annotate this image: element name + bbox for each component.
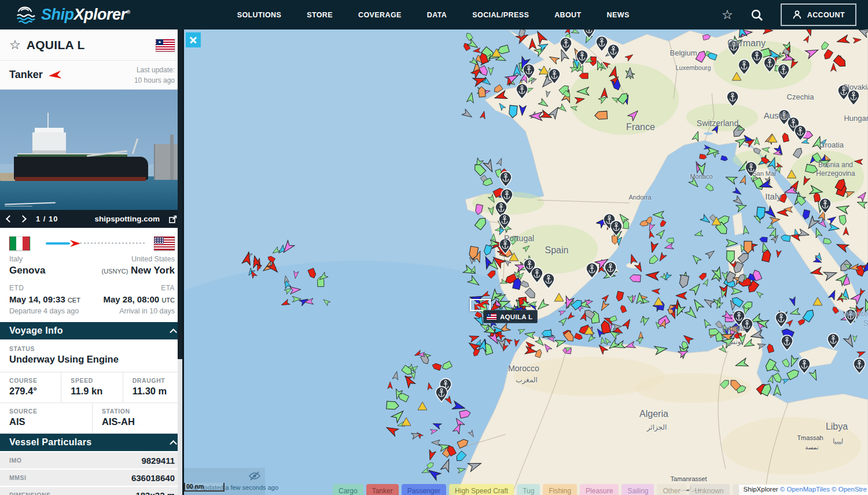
vessel-header: ☆ AQUILA L bbox=[0, 29, 184, 61]
photo-prev-button[interactable] bbox=[6, 215, 13, 223]
route-section: Italy Genova United States (USNYC) New Y… bbox=[0, 228, 184, 322]
legend-chip-high-speed-craft[interactable]: High Speed Craft bbox=[449, 484, 514, 495]
selected-vessel-marker[interactable] bbox=[470, 299, 491, 311]
vessel-name: AQUILA L bbox=[27, 38, 156, 52]
nav-right: ☆ ACCOUNT bbox=[722, 3, 856, 26]
legend-chip-sailing[interactable]: Sailing bbox=[621, 484, 654, 495]
photo-next-button[interactable] bbox=[19, 215, 27, 223]
nav-menu: SOLUTIONSSTORECOVERAGEDATASOCIAL/PRESSAB… bbox=[237, 11, 630, 19]
speed-cell: SPEED 11.9 kn bbox=[61, 372, 123, 402]
vessel-type-row: Tanker Last update: 10 hours ago bbox=[0, 61, 184, 90]
photo-source-link[interactable]: shipspotting.com bbox=[95, 215, 160, 223]
eye-off-icon[interactable] bbox=[249, 471, 260, 481]
voyage-progress bbox=[37, 239, 147, 248]
map-canvas bbox=[184, 29, 868, 495]
favorite-star-icon[interactable]: ☆ bbox=[9, 38, 21, 53]
liberia-flag-icon bbox=[156, 39, 175, 51]
voyage-metrics-row: COURSE 279.4° SPEED 11.9 kn DRAUGHT 11.3… bbox=[0, 372, 184, 403]
openstreetmap-link[interactable]: © OpenStre bbox=[832, 486, 867, 493]
vessel-heading-icon bbox=[48, 70, 61, 79]
origin-port[interactable]: Italy Genova bbox=[9, 254, 45, 278]
legend-chip-fishing[interactable]: Fishing bbox=[543, 484, 577, 495]
voyage-info-header[interactable]: Voyage Info bbox=[0, 322, 184, 339]
brand-text: ShipXplorer® bbox=[41, 6, 130, 24]
favorites-star-icon[interactable]: ☆ bbox=[722, 9, 733, 21]
nav-item-news[interactable]: NEWS bbox=[607, 11, 630, 19]
vessel-particulars-header[interactable]: Vessel Particulars bbox=[0, 434, 184, 451]
photo-superstructure bbox=[32, 132, 66, 153]
collapse-chevron-icon bbox=[170, 328, 177, 336]
nav-item-about[interactable]: ABOUT bbox=[554, 11, 581, 19]
vessel-type: Tanker bbox=[9, 69, 43, 81]
legend-chip-other[interactable]: Other bbox=[657, 484, 686, 495]
last-update: Last update: 10 hours ago bbox=[134, 65, 175, 86]
nav-item-store[interactable]: STORE bbox=[307, 11, 333, 19]
vessel-panel: ☆ AQUILA L Tanker Last update: 10 hours … bbox=[0, 29, 184, 495]
photo-watermark bbox=[5, 203, 56, 207]
progress-vessel-icon bbox=[70, 240, 80, 247]
course-cell: COURSE 279.4° bbox=[0, 372, 61, 402]
photo-carousel-bar: 1 / 10 shipspotting.com bbox=[0, 210, 184, 228]
logo-waves-icon bbox=[14, 4, 36, 26]
legend-chip-pleasure[interactable]: Pleasure bbox=[580, 484, 619, 495]
sidebar-scrollbar[interactable] bbox=[178, 29, 182, 495]
openmaptiles-link[interactable]: © OpenMapTiles bbox=[780, 486, 830, 493]
selected-vessel-tag[interactable]: AQUILA L bbox=[483, 310, 538, 323]
shipxplorer-logo[interactable]: ShipXplorer® bbox=[14, 4, 130, 26]
nav-item-solutions[interactable]: SOLUTIONS bbox=[237, 11, 282, 19]
photo-ship-hull bbox=[14, 157, 148, 180]
legend-chip-unknown[interactable]: Unknown bbox=[689, 484, 730, 495]
collapse-chevron-icon bbox=[170, 440, 177, 448]
close-panel-button[interactable] bbox=[186, 32, 201, 47]
map-attribution: ShipXplorer © OpenMapTiles © OpenStre bbox=[739, 485, 868, 495]
legend-chip-passenger[interactable]: Passenger bbox=[402, 484, 446, 495]
draught-cell: DRAUGHT 11.30 m bbox=[123, 372, 184, 402]
eta-block: ETA May 28, 08:00 UTC Arrival in 10 days bbox=[103, 283, 175, 316]
vessel-type-legend: CargoTankerPassengerHigh Speed CraftTugF… bbox=[333, 484, 752, 495]
nav-item-coverage[interactable]: COVERAGE bbox=[358, 11, 402, 19]
nav-item-social-press[interactable]: SOCIAL/PRESS bbox=[472, 11, 529, 19]
particular-row-dimensions: DIMENSIONS183x32 m bbox=[0, 487, 184, 495]
map-scale: 00 nm bbox=[184, 483, 225, 492]
source-cell: SOURCE AIS bbox=[0, 403, 92, 433]
legend-chip-tanker[interactable]: Tanker bbox=[366, 484, 399, 495]
external-link-icon[interactable] bbox=[169, 215, 177, 223]
vessel-photo[interactable] bbox=[0, 90, 184, 210]
us-flag-icon bbox=[154, 237, 175, 250]
liberia-flag-icon bbox=[487, 313, 496, 320]
station-cell: STATION AIS-AH bbox=[92, 403, 184, 433]
particular-row-imo: IMO9829411 bbox=[0, 452, 184, 468]
legend-chip-cargo[interactable]: Cargo bbox=[333, 484, 363, 495]
voyage-source-row: SOURCE AIS STATION AIS-AH bbox=[0, 403, 184, 434]
particular-row-mmsi: MMSI636018640 bbox=[0, 470, 184, 486]
italy-flag-icon bbox=[9, 237, 30, 250]
destination-port[interactable]: United States (USNYC) New York bbox=[102, 254, 175, 278]
nav-item-data[interactable]: DATA bbox=[427, 11, 447, 19]
particulars-rows: IMO9829411MMSI636018640DIMENSIONS183x32 … bbox=[0, 451, 184, 495]
etd-block: ETD May 14, 09:33 CET Departure 4 days a… bbox=[9, 283, 80, 316]
top-navbar: ShipXplorer® SOLUTIONSSTORECOVERAGEDATAS… bbox=[0, 0, 868, 29]
search-icon[interactable] bbox=[751, 9, 763, 21]
status-value: Underway Using Engine bbox=[9, 354, 175, 365]
photo-index: 1 / 10 bbox=[36, 215, 58, 223]
account-button[interactable]: ACCOUNT bbox=[781, 3, 856, 26]
legend-chip-tug[interactable]: Tug bbox=[517, 484, 540, 495]
ship-map[interactable]: AQUILA L map updated a few seconds ago 0… bbox=[184, 29, 868, 495]
person-icon bbox=[792, 10, 802, 20]
status-block: STATUS Underway Using Engine bbox=[0, 339, 184, 372]
